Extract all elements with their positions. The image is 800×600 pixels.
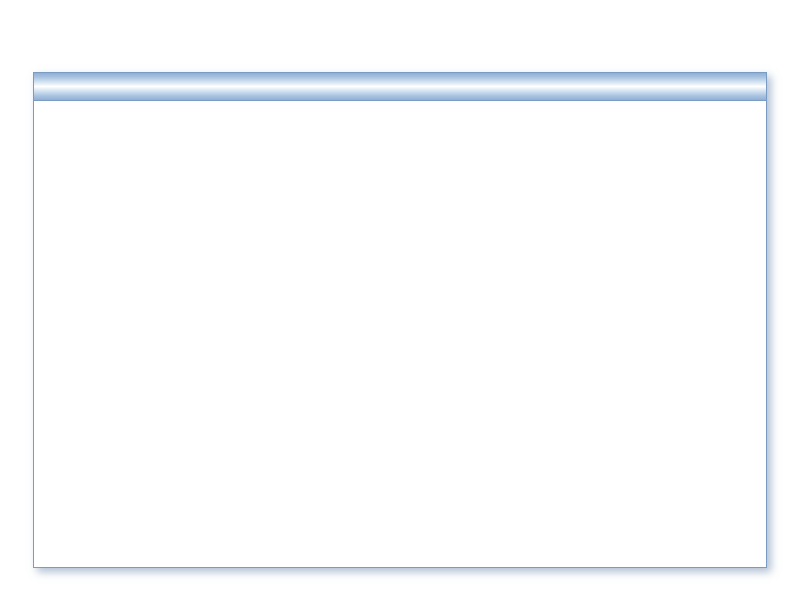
panel-content-area bbox=[34, 101, 766, 567]
panel-header-bar bbox=[34, 73, 766, 101]
main-panel bbox=[33, 72, 767, 568]
